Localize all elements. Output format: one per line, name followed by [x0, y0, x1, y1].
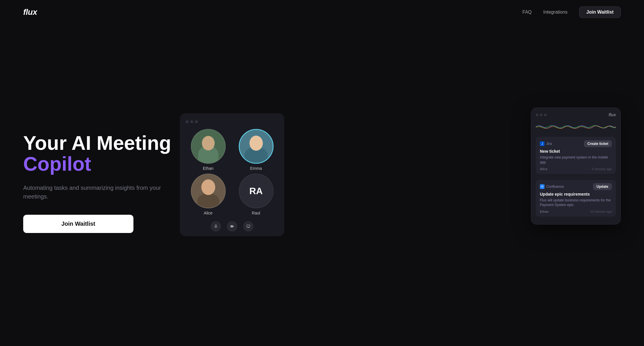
fp-card-jira-author: Alice — [540, 167, 547, 171]
jira-icon: J — [540, 141, 544, 146]
fp-dot-3 — [544, 114, 547, 116]
fp-card-confluence-author: Ethan — [540, 210, 549, 213]
fp-card-jira-footer: Alice 5 minutes ago — [540, 167, 612, 171]
update-button[interactable]: Update — [593, 183, 612, 190]
hero-title-colored: Copilot — [23, 154, 174, 174]
fp-card-jira-desc: Integrate new payment system in the mobi… — [540, 155, 612, 165]
vc-dot-1 — [186, 120, 189, 123]
flux-panel-mockup: flux J Jira Create ticket — [531, 108, 621, 225]
mic-button[interactable] — [211, 221, 221, 232]
hero-left: Your AI Meeting Copilot Automating tasks… — [23, 133, 174, 233]
fp-card-confluence-source: ✕ Confluence — [540, 184, 564, 189]
fp-card-confluence-header: ✕ Confluence Update — [540, 183, 612, 190]
vc-participant-ethan: Ethan — [186, 129, 231, 171]
avatar-raul: RA — [239, 174, 274, 208]
vc-dot-3 — [195, 120, 198, 123]
fp-dot-2 — [540, 114, 542, 116]
video-call-mockup: Ethan Emma Alice RA Raul — [180, 113, 284, 236]
fp-card-jira-title: New ticket — [540, 149, 612, 154]
fp-card-confluence: ✕ Confluence Update Update epic requirem… — [536, 180, 616, 217]
fp-card-jira-source: J Jira — [540, 141, 552, 146]
vc-participant-raul: RA Raul — [234, 174, 278, 215]
camera-button[interactable] — [227, 221, 237, 232]
vc-grid: Ethan Emma Alice RA Raul — [186, 129, 278, 215]
vc-name-raul: Raul — [252, 211, 260, 215]
fp-divider — [536, 177, 616, 177]
hero-title: Your AI Meeting Copilot — [23, 133, 174, 174]
fp-card-confluence-desc: Flux will update business requirements f… — [540, 198, 612, 208]
fp-card-confluence-time: 10 minutes ago — [590, 210, 612, 213]
logo: flux — [23, 8, 37, 17]
vc-name-emma: Emma — [250, 166, 262, 171]
fp-card-confluence-title: Update epic requirements — [540, 192, 612, 196]
screen-share-button[interactable] — [243, 221, 254, 232]
fp-card-jira: J Jira Create ticket New ticket Integrat… — [536, 137, 616, 174]
hero-title-line1: Your AI Meeting — [23, 133, 174, 153]
raul-initials: RA — [249, 186, 263, 196]
fp-card-jira-time: 5 minutes ago — [592, 167, 612, 171]
hero-right: Ethan Emma Alice RA Raul — [174, 108, 621, 258]
hero-subtitle: Automating tasks and summarizing insight… — [23, 183, 174, 201]
fp-wave-visualization — [536, 121, 616, 133]
fp-header: flux — [536, 112, 616, 117]
vc-name-alice: Alice — [204, 211, 212, 215]
hero-join-waitlist-button[interactable]: Join Waitlist — [23, 215, 133, 233]
vc-dot-2 — [190, 120, 193, 123]
vc-controls — [186, 219, 278, 232]
nav-links: FAQ Integrations Join Waitlist — [522, 6, 621, 18]
avatar-alice — [191, 174, 226, 208]
confluence-source-label: Confluence — [546, 185, 564, 189]
vc-window-dots — [186, 120, 278, 123]
hero-section: Your AI Meeting Copilot Automating tasks… — [0, 24, 644, 346]
avatar-ethan — [191, 129, 226, 164]
vc-participant-emma: Emma — [234, 129, 278, 171]
confluence-icon: ✕ — [540, 184, 544, 189]
vc-participant-alice: Alice — [186, 174, 231, 215]
nav-join-waitlist-button[interactable]: Join Waitlist — [579, 6, 621, 18]
fp-dot-1 — [536, 114, 538, 116]
fp-card-jira-header: J Jira Create ticket — [540, 140, 612, 147]
navigation: flux FAQ Integrations Join Waitlist — [0, 0, 644, 24]
nav-faq-link[interactable]: FAQ — [522, 10, 532, 15]
fp-window-dots — [536, 114, 547, 116]
jira-source-label: Jira — [546, 142, 552, 146]
fp-logo: flux — [609, 112, 616, 117]
create-ticket-button[interactable]: Create ticket — [584, 140, 612, 147]
fp-card-confluence-footer: Ethan 10 minutes ago — [540, 210, 612, 213]
avatar-emma — [239, 129, 274, 164]
vc-name-ethan: Ethan — [203, 166, 214, 171]
nav-integrations-link[interactable]: Integrations — [543, 10, 568, 15]
